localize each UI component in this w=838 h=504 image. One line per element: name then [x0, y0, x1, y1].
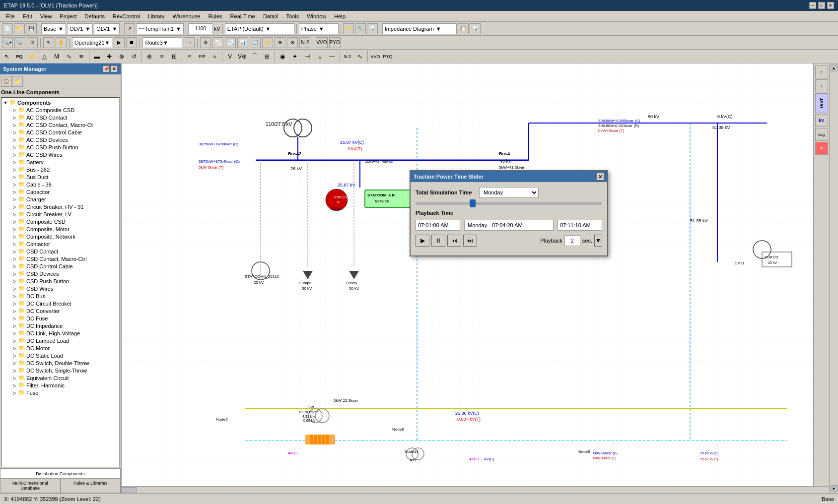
icon-refresh[interactable]: ↺	[128, 51, 140, 63]
menu-project[interactable]: Project	[56, 12, 80, 20]
h-scrollbar[interactable]	[122, 486, 829, 493]
icon-cursor[interactable]: ↖	[1, 51, 13, 63]
component-tree[interactable]: ▼ 📁 Components ▷ 📁 AC Composite CSD ▷ 📁 …	[1, 97, 120, 467]
tree-item-cb-lv[interactable]: ▷ 📁 Circuit Breaker, LV	[1, 210, 119, 218]
icon-triangle[interactable]: △	[38, 51, 50, 63]
panel-home-btn[interactable]: 🏠	[1, 76, 12, 87]
expand-ac-composite[interactable]: ▷	[11, 107, 17, 113]
route-dropdown[interactable]: Route3▼	[142, 37, 182, 48]
tree-item-bus[interactable]: ▷ 📁 Bus - 262	[1, 166, 119, 173]
right-btn-1[interactable]: ↑	[815, 65, 828, 78]
slider-thumb[interactable]	[470, 199, 476, 207]
panel-close-btn[interactable]: ✕	[111, 65, 118, 72]
diagram-icon1[interactable]: 📋	[458, 23, 469, 34]
right-btn-avg[interactable]: Avg	[815, 128, 828, 141]
tree-item-dc-static[interactable]: ▷ 📁 DC Static Load	[1, 352, 119, 359]
end-time-input[interactable]	[558, 220, 602, 231]
tree-item-capacitor[interactable]: ▷ 📁 Capacitor	[1, 188, 119, 195]
icon-tilde[interactable]: ≈	[209, 51, 220, 63]
start-time-input[interactable]	[416, 220, 460, 231]
right-btn-2[interactable]: ↓	[815, 79, 828, 92]
icon-earth[interactable]: ⏚	[314, 51, 326, 63]
tree-item-csd-wires[interactable]: ▷ 📁 CSD Wires	[1, 285, 119, 292]
tree-item-charger[interactable]: ▷ 📁 Charger	[1, 195, 119, 203]
network-dropdown[interactable]: OLV1 ▼	[67, 23, 93, 34]
tools-btn6[interactable]: ⚡	[262, 37, 273, 48]
canvas-area[interactable]: 110/27.5 kV Bus42 26 kV 3875kW+1470kvar …	[122, 63, 813, 486]
icon-pf[interactable]: P/F	[196, 51, 208, 63]
rewind-button[interactable]: ⏮	[447, 235, 461, 247]
dialog-close-btn[interactable]: ✕	[596, 173, 604, 181]
scenario-btn2[interactable]: ⏹	[126, 37, 137, 48]
icon-wave3[interactable]: ∿	[354, 51, 366, 63]
menu-tools[interactable]: Tools	[282, 12, 303, 20]
tab-rules[interactable]: Rules & Libraries	[61, 478, 121, 493]
icon-switch[interactable]: ⊣	[301, 51, 313, 63]
close-panel-btn[interactable]: ✕	[815, 142, 828, 155]
toolbar-icon3[interactable]: 📊	[367, 23, 378, 34]
vvo-btn[interactable]: VVO	[316, 37, 327, 48]
tree-item-dc-sw-dt[interactable]: ▷ 📁 DC Switch, Double-Throw	[1, 359, 119, 367]
menu-help[interactable]: Help	[330, 12, 349, 20]
icon-bar[interactable]: ▬	[91, 51, 103, 63]
tools-btn4[interactable]: 📊	[237, 37, 248, 48]
tools-btn7[interactable]: ⊕	[275, 37, 285, 48]
tools-btn3[interactable]: 📉	[225, 37, 236, 48]
diagram-dropdown[interactable]: Impedance Diagram ▼	[382, 23, 457, 34]
tree-item-csd-contact[interactable]: ▷ 📁 CSD Contact	[1, 248, 119, 255]
minimize-button[interactable]: ─	[809, 2, 816, 9]
tree-item-csd-control-cable[interactable]: ▷ 📁 CSD Control Cable	[1, 262, 119, 270]
tools-btn1[interactable]: ⚙	[200, 37, 211, 48]
day-dropdown[interactable]: Monday Tuesday Wednesday Thursday Friday…	[479, 187, 539, 198]
expand-components[interactable]: ▼	[2, 100, 8, 106]
pyo-btn[interactable]: PYO	[329, 37, 341, 48]
icon-pq[interactable]: PQ	[13, 51, 25, 63]
menu-window[interactable]: Window	[303, 12, 330, 20]
zoom-out-btn[interactable]: 🔍-	[14, 37, 25, 48]
tree-item-dc-link[interactable]: ▷ 📁 DC Link, High-Voltage	[1, 329, 119, 337]
mode-dropdown[interactable]: Base ▼	[41, 23, 66, 34]
tree-item-ac-csd-contact-macro[interactable]: ▷ 📁 AC CSD Contact, Macro-Ct	[1, 121, 119, 128]
open-btn[interactable]: 📁	[14, 23, 25, 34]
menu-rules[interactable]: Rules	[204, 12, 226, 20]
scenario-btn1[interactable]: ▶	[114, 37, 125, 48]
icon-star[interactable]: ✦	[289, 51, 301, 63]
icon-n2[interactable]: N-2	[342, 51, 353, 63]
icon-grid[interactable]: ⊞	[261, 51, 273, 63]
fastforward-button[interactable]: ⏭	[463, 235, 477, 247]
icon-lightning[interactable]: ⚡	[26, 51, 38, 63]
pan-btn[interactable]: ✋	[56, 37, 67, 48]
tree-item-composite-motor[interactable]: ▷ 📁 Composite, Motor	[1, 225, 119, 233]
tree-item-dc-impedance[interactable]: ▷ 📁 DC Impedance	[1, 322, 119, 329]
speed-input[interactable]	[564, 235, 580, 246]
icon-cross[interactable]: ✚	[103, 51, 115, 63]
panel-folder-btn[interactable]: 📁	[12, 76, 23, 87]
tools-btn8[interactable]: ⊗	[287, 37, 298, 48]
tools-btn2[interactable]: 📈	[212, 37, 223, 48]
tree-item-dc-motor[interactable]: ▷ 📁 DC Motor	[1, 344, 119, 352]
pause-button[interactable]: ⏸	[431, 235, 445, 247]
tree-item-csd-devices[interactable]: ▷ 📁 CSD Devices	[1, 270, 119, 277]
icon-arc[interactable]: ⌒	[249, 51, 261, 63]
temp-dropdown[interactable]: ~~TempTrain1 ▼	[136, 23, 183, 34]
tree-item-fuse[interactable]: ▷ 📁 Fuse	[1, 389, 119, 396]
kv-field[interactable]: 1100	[188, 23, 213, 34]
h-scroll-thumb[interactable]	[122, 487, 137, 493]
fit-btn[interactable]: ⊡	[27, 37, 38, 48]
time-slider-track[interactable]	[416, 202, 602, 205]
icon-vvo[interactable]: VVO	[369, 51, 381, 63]
tree-item-composite-csd[interactable]: ▷ 📁 Composite CSD	[1, 218, 119, 225]
menu-library[interactable]: Library	[144, 12, 169, 20]
speed-dropdown-btn[interactable]: ▼	[594, 235, 602, 247]
icon-p1[interactable]: P	[184, 51, 196, 63]
icon-plus-arrow[interactable]: ⊕	[143, 51, 155, 63]
phase-dropdown[interactable]: Phase ▼	[299, 23, 339, 34]
menu-file[interactable]: File	[2, 12, 19, 20]
icon-wave2[interactable]: ≋	[75, 51, 87, 63]
tools-btn5[interactable]: 🔄	[250, 37, 261, 48]
zoom-in-btn[interactable]: 🔍+	[2, 37, 13, 48]
tree-item-ac-csd-devices[interactable]: ▷ 📁 AC CSD Devices	[1, 136, 119, 143]
tree-item-equiv[interactable]: ▷ 📁 Equivalent Circuit	[1, 374, 119, 381]
menu-datax[interactable]: DataX	[259, 12, 282, 20]
toolbar-icon1[interactable]: ⚡	[343, 23, 354, 34]
